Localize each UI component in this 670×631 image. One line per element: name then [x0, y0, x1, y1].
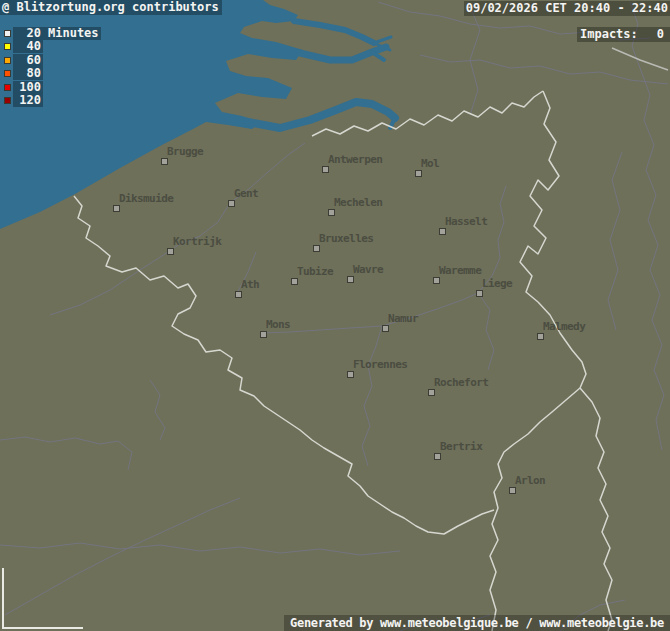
city-label-antwerpen: Antwerpen	[328, 154, 382, 165]
city-marker-kortrijk	[167, 248, 174, 255]
legend-minutes-value: 120	[15, 94, 41, 107]
city-marker-wavre	[347, 276, 354, 283]
city-label-malmedy: Malmedy	[543, 321, 585, 332]
city-marker-namur	[382, 325, 389, 332]
legend-row: 120	[4, 94, 101, 107]
city-label-brugge: Brugge	[167, 146, 203, 157]
city-label-mol: Mol	[421, 158, 439, 169]
city-marker-tubize	[291, 278, 298, 285]
city-label-bruxelles: Bruxelles	[319, 233, 373, 244]
impacts-label: Impacts:	[580, 27, 638, 42]
city-marker-ath	[235, 291, 242, 298]
city-label-bertrix: Bertrix	[440, 441, 482, 452]
legend-text: 80	[13, 67, 43, 80]
city-marker-mechelen	[328, 209, 335, 216]
legend-swatch	[4, 84, 11, 91]
legend-text: 20Minutes	[13, 27, 101, 40]
city-marker-bertrix	[434, 453, 441, 460]
legend-swatch	[4, 30, 11, 37]
city-label-rochefort: Rochefort	[434, 377, 488, 388]
impacts-counter: Impacts: 0	[577, 27, 670, 42]
city-marker-antwerpen	[322, 166, 329, 173]
footer-credit: Generated by www.meteobelgique.be / www.…	[284, 615, 670, 631]
city-label-kortrijk: Kortrijk	[173, 236, 221, 247]
impacts-value: 0	[657, 27, 664, 42]
city-marker-arlon	[509, 487, 516, 494]
city-label-mons: Mons	[266, 319, 290, 330]
city-marker-mons	[260, 331, 267, 338]
legend-text: 120	[13, 94, 43, 107]
city-label-arlon: Arlon	[515, 475, 545, 486]
legend-minutes-value: 100	[15, 81, 41, 94]
legend-swatch	[4, 57, 11, 64]
legend-minutes-value: 80	[15, 67, 41, 80]
datetime-label: 09/02/2026 CET 20:40 - 22:40	[464, 1, 670, 16]
city-marker-bruxelles	[313, 245, 320, 252]
city-label-wavre: Wavre	[353, 264, 383, 275]
city-label-hasselt: Hasselt	[445, 216, 487, 227]
city-label-tubize: Tubize	[297, 266, 333, 277]
city-marker-florennes	[347, 371, 354, 378]
city-marker-rochefort	[428, 389, 435, 396]
credit-label: @ Blitzortung.org contributors	[0, 0, 222, 15]
city-label-liege: Liege	[482, 278, 512, 289]
legend-minutes-value: 20	[15, 27, 41, 40]
legend-swatch	[4, 70, 11, 77]
city-label-diksmuide: Diksmuide	[119, 193, 173, 204]
city-marker-malmedy	[537, 333, 544, 340]
city-label-gent: Gent	[234, 188, 258, 199]
legend-minutes-value: 60	[15, 54, 41, 67]
city-marker-diksmuide	[113, 205, 120, 212]
legend-row: 60	[4, 54, 101, 67]
city-label-florennes: Florennes	[353, 359, 407, 370]
legend-text: 100	[13, 81, 43, 94]
legend-swatch	[4, 97, 11, 104]
legend-row: 40	[4, 40, 101, 53]
city-marker-liege	[476, 290, 483, 297]
legend-minutes-value: 40	[15, 40, 41, 53]
city-marker-brugge	[161, 158, 168, 165]
legend-row: 80	[4, 67, 101, 80]
city-marker-gent	[228, 200, 235, 207]
legend-text: 40	[13, 40, 43, 53]
city-label-namur: Namur	[388, 313, 418, 324]
duration-legend: 20Minutes406080100120	[4, 27, 101, 107]
lightning-map: BruggeAntwerpenMolGentDiksmuideMechelenH…	[0, 0, 670, 631]
legend-text: 60	[13, 54, 43, 67]
city-label-ath: Ath	[241, 279, 259, 290]
city-label-waremme: Waremme	[439, 265, 481, 276]
legend-swatch	[4, 43, 11, 50]
legend-row: 20Minutes	[4, 27, 101, 40]
city-marker-mol	[415, 170, 422, 177]
legend-unit-label: Minutes	[41, 27, 99, 40]
city-marker-hasselt	[439, 228, 446, 235]
city-label-mechelen: Mechelen	[334, 197, 382, 208]
legend-row: 100	[4, 81, 101, 94]
city-marker-waremme	[433, 277, 440, 284]
